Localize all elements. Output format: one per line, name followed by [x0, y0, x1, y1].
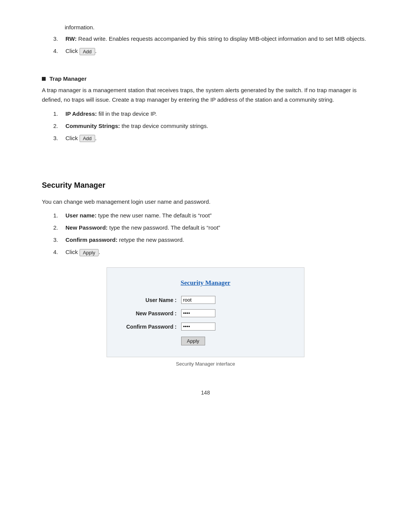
- sm-username-input[interactable]: [181, 296, 215, 304]
- sm-apply-button[interactable]: Apply: [181, 337, 205, 345]
- sm-caption: Security Manager interface: [42, 361, 369, 367]
- sm-confirm-input[interactable]: [181, 323, 215, 331]
- sm-password-input[interactable]: [181, 309, 215, 317]
- sm-password-label: New Password :: [122, 310, 181, 316]
- intro-line1: information.: [65, 23, 369, 32]
- trap-item-3: 3. Click Add.: [53, 134, 369, 143]
- sm-item-3: 3. Confirm password: retype the new pass…: [53, 235, 369, 244]
- spacer-2: [42, 146, 369, 157]
- page-number: 148: [42, 390, 369, 396]
- sm-confirm-label: Confirm Password :: [122, 324, 181, 330]
- sm-item-2: 2. New Password: type the new password. …: [53, 223, 369, 232]
- sm-item-4: 4. Click Apply.: [53, 248, 369, 257]
- spacer-1: [42, 59, 369, 69]
- apply-button-inline[interactable]: Apply: [80, 249, 99, 256]
- trap-item-1: 1. IP Address: fill in the trap device I…: [53, 109, 369, 118]
- sm-ui-title: Security Manager: [122, 279, 289, 287]
- trap-item-2: 2. Community Strings: the trap device co…: [53, 121, 369, 131]
- content-area: information. 3. RW: Read write. Enables …: [42, 23, 369, 396]
- sm-item-1: 1. User name: type the new user name. Th…: [53, 211, 369, 220]
- intro-item-3: 3. RW: Read write. Enables requests acco…: [53, 34, 369, 43]
- sm-username-label: User Name :: [122, 297, 181, 303]
- intro-list: 3. RW: Read write. Enables requests acco…: [53, 34, 369, 56]
- add-button-1[interactable]: Add: [80, 48, 95, 55]
- add-button-2[interactable]: Add: [80, 135, 95, 142]
- spacer-3: [42, 157, 369, 167]
- trap-manager-heading: Trap Manager: [42, 75, 369, 82]
- sm-confirm-row: Confirm Password :: [122, 323, 289, 331]
- security-manager-intro: You can change web management login user…: [42, 197, 369, 207]
- trap-manager-para: A trap manager is a management station t…: [42, 86, 369, 105]
- sm-password-row: New Password :: [122, 309, 289, 317]
- trap-manager-list: 1. IP Address: fill in the trap device I…: [53, 109, 369, 143]
- intro-text: information.: [65, 24, 94, 30]
- security-manager-section-title: Security Manager: [42, 181, 369, 190]
- trap-manager-section: Trap Manager A trap manager is a managem…: [42, 75, 369, 143]
- trap-manager-title: Trap Manager: [49, 75, 87, 82]
- sm-username-row: User Name :: [122, 296, 289, 304]
- security-manager-list: 1. User name: type the new user name. Th…: [53, 211, 369, 257]
- sm-apply-row: Apply: [181, 337, 289, 345]
- intro-item-4: 4. Click Add.: [53, 46, 369, 56]
- security-manager-ui-box: Security Manager User Name : New Passwor…: [107, 267, 304, 357]
- bullet-icon: [42, 77, 46, 81]
